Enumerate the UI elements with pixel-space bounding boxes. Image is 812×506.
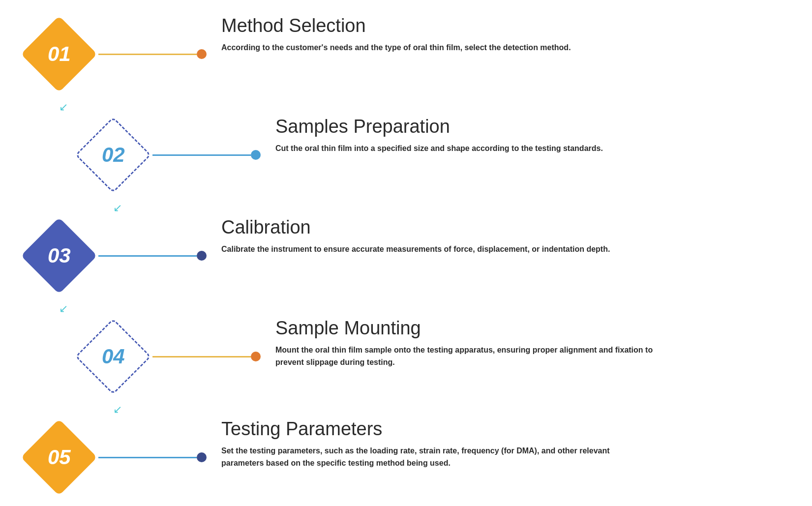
step-number-2: 02 <box>102 143 125 167</box>
step-row-3: 03 Calibration Calibrate the instrument … <box>20 216 792 295</box>
dot-5 <box>197 452 207 462</box>
step-title-3: Calibration <box>221 216 610 239</box>
step-title-4: Sample Mounting <box>275 317 679 340</box>
step-number-1: 01 <box>48 42 71 66</box>
arrow-icon-1: ↙ <box>59 102 68 113</box>
content-3: Calibration Calibrate the instrument to … <box>207 216 610 255</box>
step-title-5: Testing Parameters <box>221 418 625 441</box>
content-4: Sample Mounting Mount the oral thin film… <box>261 317 679 369</box>
step-row-1: 01 Method Selection According to the cus… <box>20 15 792 93</box>
arrow-icon-3: ↙ <box>59 303 68 314</box>
diamond-2: 02 <box>74 116 152 194</box>
dot-4 <box>251 352 261 361</box>
line-1 <box>98 54 197 55</box>
connector-4 <box>152 352 261 361</box>
line-3 <box>98 255 197 257</box>
connector-arrow-3: ↙ <box>20 300 792 317</box>
arrow-icon-2: ↙ <box>113 203 122 213</box>
diamond-shape-3: 03 <box>21 217 97 294</box>
connector-2 <box>152 150 261 160</box>
arrow-icon-4: ↙ <box>113 404 122 415</box>
content-1: Method Selection According to the custom… <box>207 15 571 54</box>
step-row-2: 02 Samples Preparation Cut the oral thin… <box>20 116 792 194</box>
step-block-5: 05 Testing Parameters Set the testing pa… <box>20 418 792 497</box>
content-5: Testing Parameters Set the testing param… <box>207 418 625 470</box>
step-desc-5: Set the testing parameters, such as the … <box>221 445 625 470</box>
step-block-3: 03 Calibration Calibrate the instrument … <box>20 216 792 295</box>
diamond-5: 05 <box>20 418 98 497</box>
step-row-4: 04 Sample Mounting Mount the oral thin f… <box>20 317 792 396</box>
diamond-shape-1: 01 <box>21 16 97 92</box>
step-desc-1: According to the customer's needs and th… <box>221 41 571 54</box>
main-container: 01 Method Selection According to the cus… <box>0 0 812 506</box>
diamond-3: 03 <box>20 216 98 295</box>
diamond-1: 01 <box>20 15 98 93</box>
step-title-2: Samples Preparation <box>275 116 603 138</box>
step-block-1: 01 Method Selection According to the cus… <box>20 15 792 93</box>
step-desc-2: Cut the oral thin film into a specified … <box>275 142 603 155</box>
step-number-4: 04 <box>102 345 125 368</box>
line-2 <box>152 154 251 156</box>
diamond-shape-2: 02 <box>75 117 151 193</box>
line-5 <box>98 457 197 458</box>
connector-arrow-2: ↙ <box>20 199 792 216</box>
dot-1 <box>197 49 207 59</box>
step-block-2: 02 Samples Preparation Cut the oral thin… <box>20 116 792 194</box>
step-title-1: Method Selection <box>221 15 571 37</box>
connector-arrow-4: ↙ <box>20 401 792 418</box>
connector-5 <box>98 452 207 462</box>
step-desc-4: Mount the oral thin film sample onto the… <box>275 344 679 369</box>
diamond-4: 04 <box>74 317 152 396</box>
connector-arrow-5: ↙ <box>20 502 792 506</box>
diamond-shape-5: 05 <box>21 419 97 496</box>
dot-2 <box>251 150 261 160</box>
connector-1 <box>98 49 207 59</box>
step-desc-3: Calibrate the instrument to ensure accur… <box>221 243 610 256</box>
line-4 <box>152 356 251 357</box>
step-number-5: 05 <box>48 446 71 469</box>
step-row-5: 05 Testing Parameters Set the testing pa… <box>20 418 792 497</box>
content-2: Samples Preparation Cut the oral thin fi… <box>261 116 603 154</box>
dot-3 <box>197 251 207 261</box>
connector-arrow-1: ↙ <box>20 98 792 116</box>
step-number-3: 03 <box>48 244 71 268</box>
step-block-4: 04 Sample Mounting Mount the oral thin f… <box>20 317 792 396</box>
connector-3 <box>98 251 207 261</box>
diamond-shape-4: 04 <box>75 318 151 395</box>
